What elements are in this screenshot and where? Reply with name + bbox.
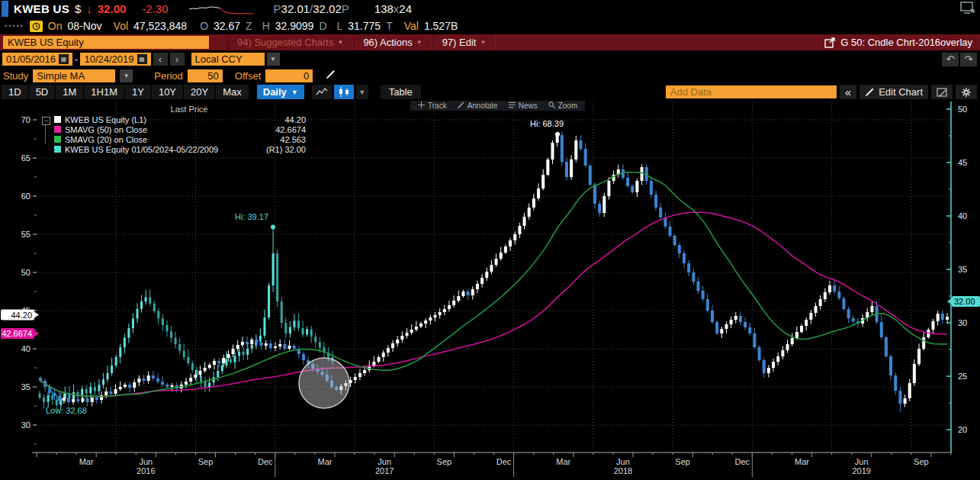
candle-body <box>730 320 733 324</box>
candle-body <box>272 253 275 285</box>
month-label: Jun <box>616 457 630 466</box>
line-chart-type-button[interactable] <box>312 85 332 99</box>
candle-body <box>467 292 470 295</box>
function-toolbar: KWEB US Equity 94) Suggested Charts ▼ 96… <box>0 34 980 50</box>
candle-body <box>659 208 662 217</box>
undo-button[interactable]: ↶ <box>942 53 959 66</box>
candle-body <box>880 322 883 337</box>
high-label: H <box>262 20 270 32</box>
hilo-annotation: Hi: 39.17 <box>235 212 268 221</box>
date-dash: - <box>75 53 78 65</box>
range-tab-max[interactable]: Max <box>216 85 249 99</box>
frequency-select[interactable]: Daily ▼ <box>257 85 304 99</box>
candle-body <box>115 357 117 366</box>
chart-tool-strip: TrackAnnotateNewsZoom <box>410 101 585 111</box>
candle-body <box>187 357 189 363</box>
candle-body <box>185 382 188 385</box>
range-tab-1m[interactable]: 1M <box>56 85 84 99</box>
edit-chart-button[interactable]: Edit Chart <box>860 85 928 99</box>
range-tab-10y[interactable]: 10Y <box>152 85 184 99</box>
legend-row-2[interactable]: SMAVG (20) on Close42.563 <box>42 134 306 144</box>
legend-row-0[interactable]: KWEB US Equity (L1)44.20 <box>42 114 306 124</box>
table-button[interactable]: Table <box>381 85 421 99</box>
range-tab-1y[interactable]: 1Y <box>125 85 152 99</box>
chart-type-dropdown[interactable]: ▼ <box>356 85 368 99</box>
candle-body <box>641 167 644 181</box>
period-input[interactable]: 50 <box>188 69 223 82</box>
calendar-icon[interactable]: ▦ <box>137 54 147 64</box>
actions-menu[interactable]: 96) Actions ▼ <box>353 34 432 50</box>
candle-body <box>63 398 66 401</box>
chevron-down-icon: ▼ <box>337 39 343 46</box>
suggested-charts-menu[interactable]: 94) Suggested Charts ▼ <box>227 34 353 50</box>
chart-tool-track[interactable]: Track <box>418 101 447 110</box>
candle-chart-type-button[interactable] <box>334 85 354 99</box>
end-date-field[interactable]: 10/24/2019 ▦ <box>80 53 150 66</box>
range-tab-1d[interactable]: 1D <box>2 85 29 99</box>
screen-icon[interactable] <box>960 2 975 16</box>
month-label: Dec <box>496 457 512 466</box>
price-chart[interactable]: Hi: 68.39Hi: 39.17Low: 32.68706560555045… <box>0 100 980 480</box>
grab-dots: ••••• <box>5 22 24 30</box>
panel-tab-marker[interactable] <box>2 1 8 17</box>
collapse-panel-button[interactable]: « <box>840 85 856 99</box>
range-tab-20y[interactable]: 20Y <box>184 85 216 99</box>
candle-body <box>692 272 695 282</box>
candle-body <box>189 378 192 382</box>
study-select[interactable]: Simple MA <box>33 69 115 82</box>
legend-row-3[interactable]: KWEB US Equity 01/05/2024-05/22/2009(R1)… <box>42 144 306 154</box>
last-price: 32.00 <box>98 2 127 15</box>
chart-tool-news[interactable]: News <box>509 101 538 110</box>
candle-body <box>372 362 375 366</box>
legend-row-1[interactable]: SMAVG (50) on Close42.6674 <box>42 124 306 134</box>
candle-body <box>274 346 277 348</box>
candle-body <box>471 289 474 295</box>
year-label: 2018 <box>614 466 632 475</box>
candle-body <box>191 363 194 369</box>
chevron-down-icon: ▼ <box>291 89 298 96</box>
start-date-field[interactable]: 01/05/2016 ▦ <box>2 53 72 66</box>
candle-body <box>725 324 728 329</box>
traded-value: 1.527B <box>424 20 458 32</box>
draw-pencil-icon[interactable] <box>325 69 336 82</box>
candle-body <box>744 322 747 327</box>
add-data-input[interactable]: Add Data <box>666 85 837 98</box>
range-tab-1h1m[interactable]: 1H1M <box>84 85 125 99</box>
candle-body <box>513 234 516 240</box>
candle-body <box>678 245 681 253</box>
vol-label: Vol <box>114 20 128 32</box>
candle-body <box>894 375 897 391</box>
next-period-button[interactable]: › <box>170 53 185 66</box>
left-axis-tick-label: 65 <box>21 153 31 163</box>
quote-date: 08-Nov <box>67 20 101 32</box>
bid-size: 138 <box>374 2 394 15</box>
prev-period-button[interactable]: ‹ <box>153 53 168 66</box>
chart-tool-annotate[interactable]: Annotate <box>458 101 498 110</box>
study-dropdown-arrow[interactable]: ▼ <box>120 69 133 82</box>
candle-body <box>293 321 295 327</box>
candle-body <box>132 318 134 328</box>
currency-select[interactable]: Local CCY <box>191 53 265 66</box>
candle-body <box>221 366 223 371</box>
candle-body <box>800 326 803 332</box>
currency-dropdown-arrow[interactable]: ▼ <box>267 53 280 66</box>
chart-settings-icon[interactable] <box>931 85 953 99</box>
range-tab-5d[interactable]: 5D <box>29 85 56 99</box>
gear-icon[interactable] <box>956 85 977 99</box>
candle-body <box>574 140 577 159</box>
left-axis-tick-label: 35 <box>21 382 31 391</box>
redo-button[interactable]: ↷ <box>960 53 977 66</box>
right-axis-tick-label: 45 <box>958 158 967 167</box>
candle-body <box>94 387 96 391</box>
security-input[interactable]: KWEB US Equity <box>3 36 209 49</box>
legend-label: SMAVG (50) on Close <box>65 125 147 134</box>
candle-body <box>198 371 201 375</box>
legend-expander[interactable]: − <box>42 117 50 125</box>
legend-value: (R1) 32.00 <box>266 145 306 154</box>
offset-input[interactable]: 0 <box>265 69 313 82</box>
chart-tool-zoom[interactable]: Zoom <box>548 101 578 110</box>
chart-title-area[interactable]: G 50: Cndle Chrt-2016overlay <box>824 37 980 48</box>
calendar-icon[interactable]: ▦ <box>59 54 69 64</box>
candle-body <box>433 315 436 317</box>
edit-menu[interactable]: 97) Edit ▼ <box>432 34 496 50</box>
